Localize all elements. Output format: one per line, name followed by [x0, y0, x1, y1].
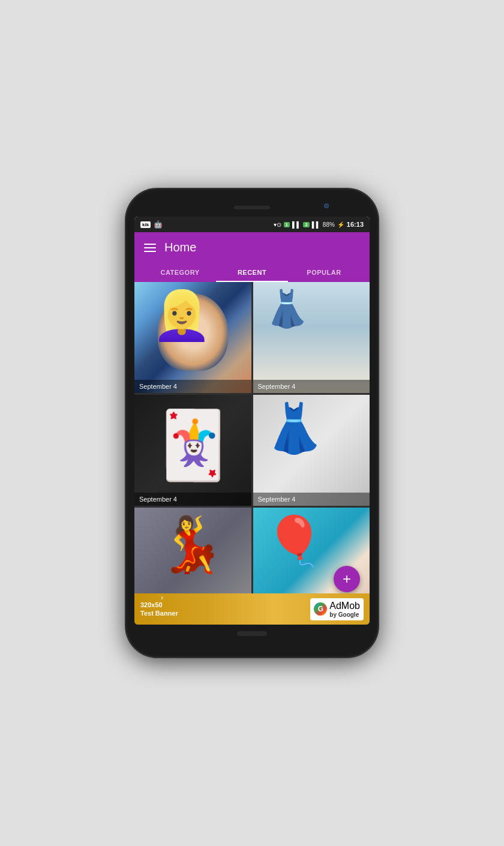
hamburger-line-1 — [144, 244, 156, 245]
phone-top-bar — [134, 200, 370, 217]
status-right-icons: ▾⊙ 1 ▌▌ 2 ▌▌ 88% ⚡ 16:13 — [274, 221, 364, 228]
ad-label: Test Banner — [140, 609, 178, 617]
tab-bar: CATEGORY RECENT POPULAR — [144, 263, 360, 282]
fab-add-button[interactable]: + — [334, 566, 360, 592]
ad-logo: G AdMob by Google — [310, 598, 364, 620]
grid-item-2[interactable]: September 4 — [253, 282, 370, 393]
tab-recent[interactable]: RECENT — [216, 263, 288, 282]
phone-screen: kik 🤖 ▾⊙ 1 ▌▌ 2 ▌▌ 88% ⚡ 16:13 — [134, 217, 370, 625]
front-camera — [324, 203, 329, 208]
wifi-icon: ▾⊙ — [274, 221, 281, 228]
admob-logo-icon: G — [314, 602, 327, 616]
app-title: Home — [164, 241, 196, 254]
ad-size: 320x50 — [140, 601, 178, 609]
grid-item-4-label: September 4 — [253, 493, 370, 506]
app-bar: Home CATEGORY RECENT POPULAR — [134, 232, 370, 282]
signal1-badge: 1 — [284, 222, 290, 227]
app-bar-title-row: Home — [144, 241, 360, 254]
ad-close-button[interactable]: x — [161, 595, 164, 601]
image-grid: September 4 September 4 September 4 Sept… — [134, 282, 370, 619]
grid-item-4[interactable]: September 4 — [253, 395, 370, 506]
admob-text: AdMob by Google — [329, 601, 360, 618]
time-display: 16:13 — [347, 221, 364, 228]
ad-text-block: 320x50 Test Banner — [140, 601, 178, 618]
grid-item-3[interactable]: September 4 — [134, 395, 251, 506]
grid-item-1-label: September 4 — [134, 380, 251, 393]
phone-bottom — [134, 625, 370, 643]
signal2-icon: ▌▌ — [312, 221, 320, 228]
android-icon: 🤖 — [154, 220, 163, 229]
status-bar: kik 🤖 ▾⊙ 1 ▌▌ 2 ▌▌ 88% ⚡ 16:13 — [134, 217, 370, 232]
admob-brand: AdMob — [329, 601, 360, 611]
battery-percent: 88% — [323, 221, 335, 228]
kik-icon: kik — [140, 221, 151, 228]
admob-sub: by Google — [329, 611, 360, 618]
content-area: September 4 September 4 September 4 Sept… — [134, 282, 370, 625]
signal2-badge: 2 — [303, 222, 309, 227]
grid-item-3-label: September 4 — [134, 493, 251, 506]
tab-popular[interactable]: POPULAR — [288, 263, 360, 282]
ad-banner[interactable]: 320x50 Test Banner x G AdMob by Google — [134, 593, 370, 625]
hamburger-line-2 — [144, 247, 156, 248]
grid-item-2-label: September 4 — [253, 380, 370, 393]
hamburger-line-3 — [144, 251, 156, 252]
grid-item-1[interactable]: September 4 — [134, 282, 251, 393]
speaker — [234, 206, 270, 209]
status-left-icons: kik 🤖 — [140, 220, 163, 229]
battery-icon: ⚡ — [337, 221, 344, 228]
phone-device: kik 🤖 ▾⊙ 1 ▌▌ 2 ▌▌ 88% ⚡ 16:13 — [126, 189, 378, 657]
signal1-icon: ▌▌ — [292, 221, 301, 228]
tab-category[interactable]: CATEGORY — [144, 263, 216, 282]
home-button[interactable] — [237, 631, 267, 636]
hamburger-menu-button[interactable] — [144, 244, 156, 252]
